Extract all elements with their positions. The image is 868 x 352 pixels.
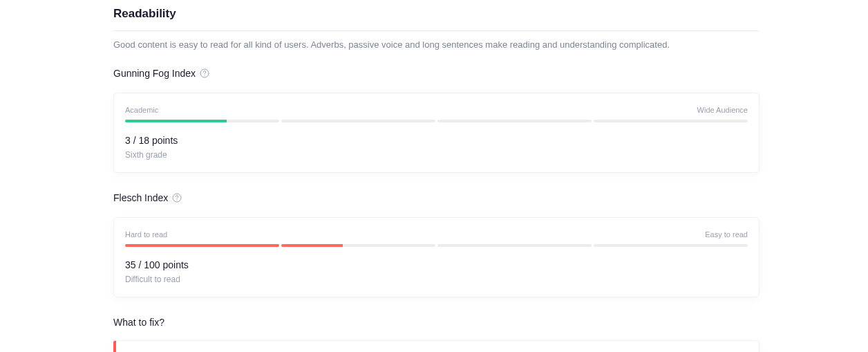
flesch-scale-labels: Hard to read Easy to read bbox=[125, 230, 748, 239]
flesch-seg-2 bbox=[281, 244, 435, 247]
flesch-score: 35 / 100 points bbox=[125, 259, 748, 270]
help-icon[interactable] bbox=[172, 193, 182, 203]
svg-point-1 bbox=[204, 75, 205, 75]
gunning-fog-label: Gunning Fog Index bbox=[113, 68, 760, 79]
flesch-progress-bar bbox=[125, 244, 748, 247]
gunning-note: Sixth grade bbox=[125, 150, 748, 160]
section-title: Readability bbox=[113, 7, 760, 31]
flesch-note: Difficult to read bbox=[125, 275, 748, 284]
gunning-fog-label-text: Gunning Fog Index bbox=[113, 68, 196, 79]
flesch-seg-1 bbox=[125, 244, 279, 247]
fix-card[interactable]: Get a detailed SEO report with a persona… bbox=[113, 340, 760, 352]
flesch-seg-4 bbox=[594, 244, 748, 247]
gunning-progress-bar bbox=[125, 120, 748, 122]
gunning-scale-labels: Academic Wide Audience bbox=[125, 106, 748, 114]
gunning-fog-card: Academic Wide Audience 3 / 18 points Six… bbox=[113, 93, 760, 173]
flesch-scale-right: Easy to read bbox=[705, 230, 748, 239]
readability-section: Readability Good content is easy to read… bbox=[113, 0, 760, 352]
gunning-scale-left: Academic bbox=[125, 106, 158, 114]
flesch-scale-left: Hard to read bbox=[125, 230, 167, 239]
fix-title: What to fix? bbox=[113, 317, 760, 328]
flesch-label-text: Flesch Index bbox=[113, 192, 168, 203]
gunning-score: 3 / 18 points bbox=[125, 135, 748, 146]
gunning-seg-2 bbox=[281, 120, 435, 122]
gunning-seg-1 bbox=[125, 120, 279, 122]
help-icon[interactable] bbox=[200, 68, 209, 78]
gunning-scale-right: Wide Audience bbox=[697, 106, 748, 114]
gunning-seg-4 bbox=[594, 120, 748, 122]
flesch-label: Flesch Index bbox=[113, 192, 760, 203]
svg-point-3 bbox=[177, 199, 178, 200]
section-description: Good content is easy to read for all kin… bbox=[113, 39, 760, 50]
flesch-card: Hard to read Easy to read 35 / 100 point… bbox=[113, 217, 760, 297]
gunning-seg-3 bbox=[437, 120, 592, 122]
flesch-seg-3 bbox=[437, 244, 592, 247]
